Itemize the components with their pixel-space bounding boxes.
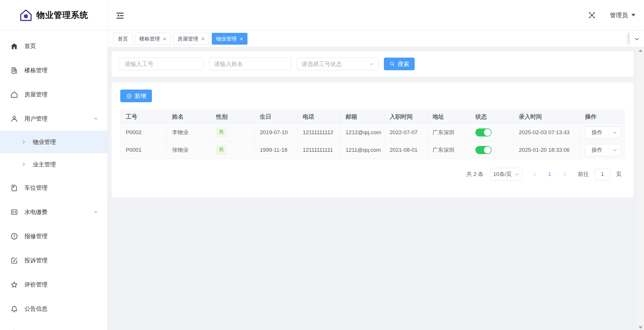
content-area: 请选择工号状态 搜索 新增 <box>108 47 644 330</box>
column-header: 地址 <box>427 110 470 124</box>
scroll-up-arrow-icon[interactable] <box>639 49 643 52</box>
sidebar-item-home[interactable]: 首页 <box>0 34 107 58</box>
row-action-button[interactable]: 操作 <box>585 126 621 139</box>
sidebar-item-reviews[interactable]: 评价管理 <box>0 272 107 297</box>
gender-tag: 男 <box>216 145 226 155</box>
add-button-label: 新增 <box>135 92 146 100</box>
close-icon[interactable]: × <box>201 36 205 42</box>
warning-icon <box>10 232 18 240</box>
row-action-dropdown[interactable] <box>609 144 621 156</box>
search-button-label: 搜索 <box>398 60 409 68</box>
search-button[interactable]: 搜索 <box>384 58 415 70</box>
sidebar-item-parking[interactable]: 车位管理 <box>0 176 107 200</box>
cell-actions: 操作 <box>580 124 624 141</box>
page-size-value: 10条/页 <box>493 170 512 178</box>
sidebar-subitem-owner[interactable]: 业主管理 <box>0 153 107 176</box>
close-icon[interactable]: × <box>240 36 243 42</box>
cell-birthday: 1999-11-18 <box>255 141 298 159</box>
user-icon <box>10 115 18 123</box>
main-area: 管理员 首页 楼栋管理 × 房屋管理 × 物业管理 × <box>108 0 644 330</box>
chevron-up-icon <box>93 116 99 122</box>
sidebar-item-repairs[interactable]: 报修管理 <box>0 224 107 248</box>
sidebar-item-community-settings[interactable]: 小区设置 <box>0 321 107 330</box>
cell-gender: 男 <box>211 124 255 141</box>
home-icon <box>10 42 18 50</box>
app-title: 物业管理系统 <box>37 10 88 21</box>
sidebar-item-label: 房屋管理 <box>24 91 99 98</box>
page-number-current[interactable]: 1 <box>544 171 555 177</box>
tab-property-active[interactable]: 物业管理 × <box>212 33 247 45</box>
name-input[interactable] <box>209 58 291 70</box>
tab-buildings[interactable]: 楼栋管理 × <box>135 33 171 45</box>
sidebar-item-utilities[interactable]: 水电缴费 <box>0 200 107 224</box>
column-header: 性别 <box>211 110 255 124</box>
sidebar-item-label: 公告信息 <box>24 305 99 313</box>
tab-actions-dropdown[interactable] <box>630 31 644 47</box>
row-action-dropdown[interactable] <box>609 127 621 138</box>
page-unit-label: 页 <box>616 170 622 178</box>
sidebar-item-buildings[interactable]: 楼栋管理 <box>0 58 107 82</box>
vertical-scrollbar[interactable] <box>637 47 644 330</box>
chevron-down-icon <box>515 172 520 177</box>
pagination: 共 2 条 10条/页 1 前往 页 <box>120 168 625 181</box>
column-header: 邮箱 <box>340 110 384 124</box>
sidebar-item-label: 楼栋管理 <box>24 67 99 74</box>
sidebar-item-label: 车位管理 <box>24 184 99 192</box>
sidebar-item-announcements[interactable]: 公告信息 <box>0 297 107 321</box>
sidebar-nav: 首页 楼栋管理 房屋管理 用户管理 物业管理 业主管理 <box>0 31 107 330</box>
cell-phone: 12111111111 <box>298 141 340 159</box>
house-icon <box>10 91 18 98</box>
sidebar-subitem-property[interactable]: 物业管理 <box>0 131 107 153</box>
chevron-down-icon <box>612 130 617 135</box>
cell-created-at: 2025-01-20 18:33:06 <box>514 141 580 159</box>
column-header: 操作 <box>580 110 624 124</box>
close-icon[interactable]: × <box>163 36 166 42</box>
column-header: 入职时间 <box>384 110 427 124</box>
chevron-down-icon <box>634 36 640 42</box>
next-page-button[interactable] <box>559 169 570 179</box>
tab-bar: 首页 楼栋管理 × 房屋管理 × 物业管理 × <box>108 31 644 47</box>
sidebar-item-complaints[interactable]: 投诉管理 <box>0 248 107 272</box>
cell-address: 广东深圳 <box>427 141 470 159</box>
sidebar-item-label: 首页 <box>24 42 99 50</box>
tab-houses[interactable]: 房屋管理 × <box>173 33 209 45</box>
cell-birthday: 2019-07-10 <box>255 124 298 141</box>
column-header: 姓名 <box>167 110 211 124</box>
tab-label: 房屋管理 <box>178 35 198 42</box>
cell-hire-date: 2021-08-01 <box>384 141 427 159</box>
table-header-row: 工号 姓名 性别 生日 电话 邮箱 入职时间 地址 状态 录入时间 操作 <box>121 110 624 124</box>
cell-email: 1211@qq.com <box>340 141 384 159</box>
search-icon <box>389 61 395 67</box>
sidebar-item-houses[interactable]: 房屋管理 <box>0 82 107 107</box>
user-name: 管理员 <box>610 11 628 19</box>
prev-page-button[interactable] <box>529 169 540 179</box>
status-toggle-on[interactable] <box>475 146 491 154</box>
row-action-label: 操作 <box>585 129 609 136</box>
add-button[interactable]: 新增 <box>120 90 152 102</box>
page-size-select[interactable]: 10条/页 <box>490 168 523 181</box>
menu-fold-icon <box>116 11 124 20</box>
chevron-left-icon <box>532 172 537 177</box>
status-select[interactable]: 请选择工号状态 <box>297 58 378 70</box>
header-right: 管理员 <box>588 11 635 19</box>
column-header: 电话 <box>298 110 340 124</box>
sidebar-item-label: 水电缴费 <box>24 208 87 216</box>
cell-job-no: P0002 <box>121 124 167 141</box>
status-toggle-on[interactable] <box>475 128 491 136</box>
chevron-down-icon <box>369 61 374 67</box>
cell-job-no: P0001 <box>121 141 167 159</box>
sidebar-item-users[interactable]: 用户管理 <box>0 107 107 131</box>
goto-page-input[interactable] <box>595 168 610 181</box>
caret-down-icon <box>631 14 635 16</box>
cell-address: 广东深圳 <box>427 124 470 141</box>
sidebar-item-label: 报修管理 <box>24 232 99 240</box>
sidebar-fold-button[interactable] <box>116 11 124 20</box>
user-menu[interactable]: 管理员 <box>610 11 635 19</box>
fullscreen-button[interactable] <box>588 11 596 19</box>
scroll-down-arrow-icon[interactable] <box>639 326 643 329</box>
row-action-button[interactable]: 操作 <box>585 144 621 156</box>
sidebar-subitem-label: 物业管理 <box>33 138 56 146</box>
tab-home[interactable]: 首页 <box>113 33 132 45</box>
job-number-input[interactable] <box>120 58 204 70</box>
meter-icon <box>10 208 18 216</box>
